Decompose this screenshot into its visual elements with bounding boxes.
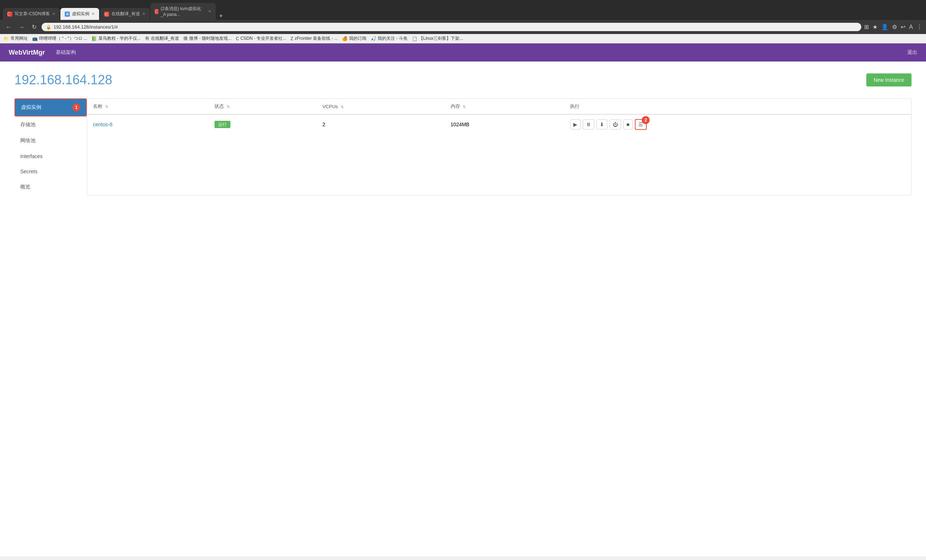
page-content: 192.168.164.128 New Instance 虚拟实例 1 存储池 …: [0, 62, 926, 206]
col-vcpus[interactable]: VCPUs ⇅: [316, 99, 445, 114]
col-actions: 执行: [564, 99, 911, 114]
sidebar-label-interfaces: Interfaces: [20, 153, 42, 159]
bookmark-common[interactable]: 📁 常用网址: [4, 35, 28, 42]
nav-logout[interactable]: 退出: [907, 49, 917, 56]
tab-favicon-vm: 🖥: [65, 12, 70, 17]
col-actions-label: 执行: [570, 103, 580, 109]
table-header-row: 名称 ⇅ 状态 ⇅ VCPUs ⇅: [87, 99, 911, 114]
bookmarks-bar: 📁 常用网址 📺 哔哩哔哩（ ° - °）つロ ... 📗 菜鸟教程 - 学的不…: [0, 34, 926, 44]
tab-vm-instance[interactable]: 🖥 虚拟实例 ✕: [61, 8, 99, 20]
col-vcpus-label: VCPUs: [322, 104, 338, 109]
tab-label-translate: 在线翻译_有道: [111, 11, 140, 17]
bookmark-douyu[interactable]: 🎣 我的关注 - 斗鱼: [371, 35, 408, 42]
actions-cell: ▶ ⏸ ⬇ ⏻ ■ ☰ 2: [570, 119, 905, 130]
table-area: 名称 ⇅ 状态 ⇅ VCPUs ⇅: [87, 98, 912, 195]
page: WebVirtMgr 基础架构 退出 192.168.164.128 New I…: [0, 44, 926, 556]
cell-name: centos-8: [87, 114, 209, 134]
forward-button[interactable]: →: [17, 23, 27, 32]
sidebar-item-vm[interactable]: 虚拟实例 1: [14, 98, 87, 117]
sidebar-item-storage[interactable]: 存储池: [14, 117, 87, 132]
col-status-label: 状态: [215, 103, 224, 109]
top-nav: WebVirtMgr 基础架构 退出: [0, 44, 926, 62]
menu-badge: 2: [642, 116, 650, 124]
instance-link[interactable]: centos-8: [93, 121, 112, 127]
sidebar-item-overview[interactable]: 概览: [14, 179, 87, 195]
stop-button[interactable]: ■: [623, 120, 632, 130]
tab-label-csdn: 写文章-CSDN博客: [14, 11, 50, 17]
settings-icon[interactable]: ⚙: [892, 24, 897, 30]
tab-close-vm[interactable]: ✕: [92, 12, 95, 16]
address-bar[interactable]: 🔒 192.168.164.128/instances/1/#: [42, 23, 861, 31]
bookmark-weibo[interactable]: 微 微博 - 随时随地发现...: [183, 35, 232, 42]
toolbar-icons: ⊞ ★ 👤 ⚙ ↩ A ⋮: [864, 24, 922, 30]
tab-favicon-kvm: C: [155, 9, 159, 14]
bookmark-star-icon[interactable]: ★: [873, 24, 878, 30]
new-instance-button[interactable]: New Instance: [866, 73, 912, 86]
sort-name-icon: ⇅: [105, 104, 108, 109]
translate-icon[interactable]: A: [909, 24, 913, 30]
sort-vcpus-icon: ⇅: [341, 105, 343, 109]
security-icon: 🔒: [46, 24, 51, 30]
cell-status: 运行: [209, 114, 316, 134]
tab-favicon-translate: 有: [104, 12, 109, 17]
col-name-label: 名称: [93, 103, 102, 109]
refresh-button[interactable]: ↻: [30, 22, 39, 32]
tab-close-kvm[interactable]: ✕: [208, 9, 211, 14]
bookmark-zfrontier[interactable]: Z zFrontier 装备前线 - ...: [291, 35, 338, 42]
col-name[interactable]: 名称 ⇅: [87, 99, 209, 114]
download-button[interactable]: ⬇: [596, 120, 607, 130]
page-header: 192.168.164.128 New Instance: [14, 73, 912, 88]
nav-brand: WebVirtMgr: [9, 49, 45, 56]
cell-actions: ▶ ⏸ ⬇ ⏻ ■ ☰ 2: [564, 114, 911, 134]
sort-status-icon: ⇅: [227, 104, 230, 109]
sidebar: 虚拟实例 1 存储池 网络池 Interfaces Secrets 概览: [14, 98, 87, 195]
play-button[interactable]: ▶: [570, 120, 581, 130]
bookmark-myorders[interactable]: 🍊 我的订阅: [342, 35, 366, 42]
sidebar-item-secrets[interactable]: Secrets: [14, 164, 87, 179]
sidebar-item-network[interactable]: 网络池: [14, 133, 87, 148]
back-button[interactable]: ←: [4, 23, 14, 32]
more-icon[interactable]: ⋮: [917, 24, 922, 30]
profile-icon[interactable]: 👤: [881, 24, 888, 30]
bookmark-linux[interactable]: 📋 【Linux三剑客】下架...: [412, 35, 463, 42]
bookmark-csdn[interactable]: C CSDN - 专业开发者社...: [236, 35, 286, 42]
menu-btn-wrapper: ☰ 2: [635, 119, 647, 130]
instances-table: 名称 ⇅ 状态 ⇅ VCPUs ⇅: [87, 99, 911, 134]
tab-bar: C 写文章-CSDN博客 ✕ 🖥 虚拟实例 ✕ 有 在线翻译_有道 ✕ C (2…: [0, 0, 926, 20]
tab-label-vm: 虚拟实例: [72, 11, 89, 17]
bookmark-bilibili[interactable]: 📺 哔哩哔哩（ ° - °）つロ ...: [32, 35, 87, 42]
bookmark-runoob[interactable]: 📗 菜鸟教程 - 学的不仅...: [92, 35, 141, 42]
sidebar-item-interfaces[interactable]: Interfaces: [14, 149, 87, 163]
tab-label-kvm: (2条消息) kvm虚拟化_A pana...: [160, 6, 206, 17]
pause-button[interactable]: ⏸: [583, 120, 594, 130]
nav-link-infrastructure[interactable]: 基础架构: [56, 49, 76, 56]
col-status[interactable]: 状态 ⇅: [209, 99, 316, 114]
sidebar-label-overview: 概览: [20, 184, 30, 190]
extensions-icon[interactable]: ⊞: [864, 24, 869, 30]
tab-close-csdn[interactable]: ✕: [52, 12, 55, 16]
sidebar-label-vm: 虚拟实例: [21, 104, 41, 111]
cell-vcpus: 2: [316, 114, 445, 134]
sort-memory-icon: ⇅: [463, 104, 466, 109]
power-button[interactable]: ⏻: [610, 120, 621, 130]
address-text: 192.168.164.128/instances/1/#: [53, 24, 857, 30]
bookmark-youdao[interactable]: 有 在线翻译_有道: [145, 35, 179, 42]
new-tab-button[interactable]: +: [216, 12, 226, 20]
tab-favicon-csdn: C: [7, 12, 12, 17]
sidebar-label-secrets: Secrets: [20, 169, 37, 174]
col-memory-label: 内存: [451, 103, 460, 109]
tab-translate[interactable]: 有 在线翻译_有道 ✕: [100, 8, 150, 20]
main-layout: 虚拟实例 1 存储池 网络池 Interfaces Secrets 概览: [14, 98, 912, 195]
browser-chrome: C 写文章-CSDN博客 ✕ 🖥 虚拟实例 ✕ 有 在线翻译_有道 ✕ C (2…: [0, 0, 926, 44]
tab-close-translate[interactable]: ✕: [142, 12, 145, 16]
status-badge: 运行: [215, 121, 230, 128]
sidebar-label-network: 网络池: [20, 138, 35, 144]
col-memory[interactable]: 内存 ⇅: [445, 99, 564, 114]
tab-kvm[interactable]: C (2条消息) kvm虚拟化_A pana... ✕: [150, 3, 216, 20]
sidebar-label-storage: 存储池: [20, 121, 35, 128]
back-arrow-icon[interactable]: ↩: [901, 24, 905, 30]
cell-memory: 1024MB: [445, 114, 564, 134]
page-title: 192.168.164.128: [14, 73, 112, 88]
tab-csdn-blog[interactable]: C 写文章-CSDN博客 ✕: [3, 8, 60, 20]
address-bar-row: ← → ↻ 🔒 192.168.164.128/instances/1/# ⊞ …: [0, 20, 926, 34]
